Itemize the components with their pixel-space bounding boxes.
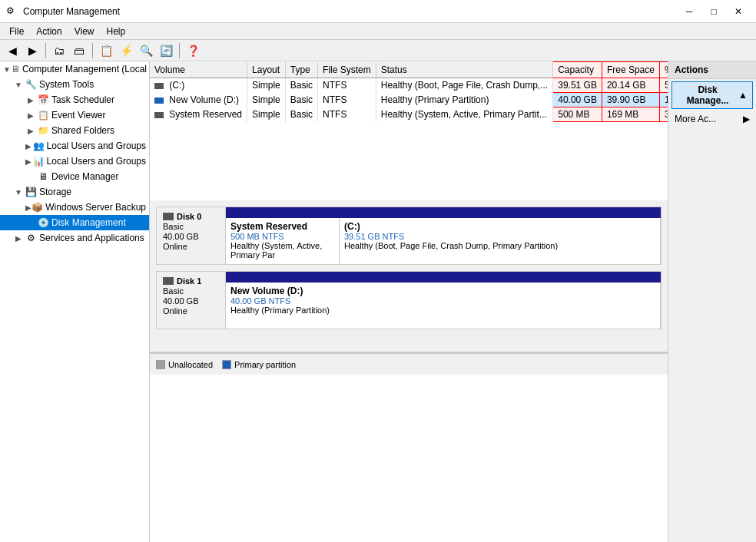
sidebar-local-users-label: Local Users and Groups: [47, 140, 146, 151]
table-row[interactable]: (C:) Simple Basic NTFS Healthy (Boot, Pa…: [150, 78, 668, 93]
sidebar-item-services-apps[interactable]: ▶ ⚙ Services and Applications: [0, 230, 149, 246]
cell-status: Healthy (System, Active, Primary Partit.…: [376, 107, 552, 122]
table-scroll[interactable]: Volume Layout Type File System Status Ca…: [150, 61, 668, 200]
toolbar-help[interactable]: ❓: [184, 42, 202, 59]
close-button[interactable]: ✕: [727, 4, 750, 19]
tree-expand-shared-folders[interactable]: ▶: [25, 127, 37, 135]
col-header-status[interactable]: Status: [376, 62, 552, 78]
tree-expand-windows-backup[interactable]: ▶: [25, 203, 32, 212]
col-header-layout[interactable]: Layout: [247, 62, 286, 78]
col-header-volume[interactable]: Volume: [150, 62, 247, 78]
sidebar-item-performance[interactable]: ▶ 📊 Local Users and Groups: [0, 154, 149, 169]
cell-volume: (C:): [150, 78, 247, 93]
disk-visual-area: Disk 0 Basic 40.00 GB Online System Rese…: [150, 200, 668, 352]
cell-capacity: 39.51 GB: [553, 78, 602, 93]
disk-bar-1: [226, 272, 661, 283]
table-area: Volume Layout Type File System Status Ca…: [150, 61, 668, 353]
col-header-freespace[interactable]: Free Space: [602, 62, 659, 78]
cell-status: Healthy (Primary Partition): [376, 93, 552, 107]
col-header-capacity[interactable]: Capacity: [553, 62, 602, 78]
sidebar-item-root[interactable]: ▼ 🖥 Computer Management (Local: [0, 61, 149, 77]
disk-partition-1-0[interactable]: New Volume (D:) 40.00 GB NTFS Healthy (P…: [226, 283, 661, 329]
col-header-type[interactable]: Type: [285, 62, 317, 78]
tree-expand-local-users[interactable]: ▶: [25, 142, 33, 150]
menu-help[interactable]: Help: [101, 25, 132, 38]
legend-unallocated: Unallocated: [156, 360, 213, 369]
sidebar-storage-label: Storage: [39, 187, 71, 197]
app-icon: ⚙: [6, 5, 18, 18]
sidebar-item-shared-folders[interactable]: ▶ 📁 Shared Folders: [0, 123, 149, 138]
cell-type: Basic: [285, 93, 317, 107]
sidebar-item-device-manager[interactable]: ▶ 🖥 Device Manager: [0, 169, 149, 184]
menu-action[interactable]: Action: [30, 25, 68, 38]
cell-freespace: 39.90 GB: [602, 93, 659, 107]
disk-status-1: Online: [163, 306, 219, 316]
part-detail: 500 MB NTFS: [230, 232, 334, 241]
table-row[interactable]: System Reserved Simple Basic NTFS Health…: [150, 107, 668, 122]
sidebar-item-event-viewer[interactable]: ▶ 📋 Event Viewer: [0, 107, 149, 123]
tree-expand-task-scheduler[interactable]: ▶: [25, 96, 37, 104]
services-apps-icon: ⚙: [25, 232, 37, 244]
toolbar-forward[interactable]: ▶: [23, 42, 41, 59]
event-viewer-icon: 📋: [37, 109, 49, 121]
toolbar-up[interactable]: 🗂: [50, 42, 68, 59]
disk-partition-0-1[interactable]: (C:) 39.51 GB NTFS Healthy (Boot, Page F…: [340, 218, 661, 264]
disk-type-1: Basic: [163, 286, 219, 296]
sidebar-item-windows-backup[interactable]: ▶ 📦 Windows Server Backup: [0, 200, 149, 215]
cell-type: Basic: [285, 107, 317, 122]
toolbar: ◀ ▶ 🗂 🗃 📋 ⚡ 🔍 🔄 ❓: [0, 40, 756, 61]
more-actions-button[interactable]: More Ac... ▶: [668, 111, 756, 127]
tree-expand-storage[interactable]: ▼: [12, 188, 25, 197]
sidebar: ▼ 🖥 Computer Management (Local ▼ 🔧 Syste…: [0, 61, 150, 542]
disk-size-1: 40.00 GB: [163, 296, 219, 306]
maximize-button[interactable]: □: [702, 4, 725, 19]
disk-table: Volume Layout Type File System Status Ca…: [150, 61, 668, 122]
sidebar-task-scheduler-label: Task Scheduler: [51, 94, 114, 105]
menu-file[interactable]: File: [3, 25, 30, 38]
sidebar-item-task-scheduler[interactable]: ▶ 📅 Task Scheduler: [0, 92, 149, 107]
sidebar-item-storage[interactable]: ▼ 💾 Storage: [0, 184, 149, 200]
cell-filesystem: NTFS: [318, 107, 376, 122]
storage-icon: 💾: [25, 186, 37, 198]
tree-expand-root[interactable]: ▼: [3, 65, 11, 74]
toolbar-action[interactable]: ⚡: [117, 42, 135, 59]
toolbar-refresh[interactable]: 🔄: [157, 42, 175, 59]
cell-freespace: 20.14 GB: [602, 78, 659, 93]
legend-primary-label: Primary partition: [234, 360, 296, 369]
tree-expand-system-tools[interactable]: ▼: [12, 81, 25, 89]
disk-status-0: Online: [163, 242, 219, 251]
disk-manage-button[interactable]: Disk Manage... ▲: [671, 81, 753, 109]
actions-panel: Actions Disk Manage... ▲ More Ac... ▶: [668, 61, 756, 542]
disk-partitions-1: New Volume (D:) 40.00 GB NTFS Healthy (P…: [226, 272, 661, 329]
table-header-row: Volume Layout Type File System Status Ca…: [150, 62, 668, 78]
legend-unallocated-label: Unallocated: [168, 360, 213, 369]
toolbar-show-hide[interactable]: 🗃: [70, 42, 88, 59]
disk-manage-expand-icon: ▲: [738, 90, 748, 101]
sidebar-windows-backup-label: Windows Server Backup: [45, 202, 146, 213]
cell-type: Basic: [285, 78, 317, 93]
toolbar-sep-3: [179, 43, 180, 58]
local-users-icon: 👥: [33, 140, 45, 152]
col-header-pctfree[interactable]: % Free: [659, 62, 668, 78]
disk-row: Disk 1 Basic 40.00 GB Online New Volume …: [156, 271, 662, 329]
title-bar: ⚙ Computer Management ─ □ ✕: [0, 0, 756, 23]
part-detail: 40.00 GB NTFS: [230, 296, 655, 306]
toolbar-back[interactable]: ◀: [3, 42, 22, 59]
sidebar-shared-folders-label: Shared Folders: [51, 125, 114, 136]
col-header-filesystem[interactable]: File System: [318, 62, 376, 78]
tree-expand-services-apps[interactable]: ▶: [12, 234, 25, 243]
toolbar-view[interactable]: 🔍: [137, 42, 155, 59]
sidebar-device-manager-label: Device Manager: [51, 171, 118, 182]
tree-expand-performance[interactable]: ▶: [25, 157, 33, 166]
minimize-button[interactable]: ─: [678, 4, 701, 19]
tree-expand-event-viewer[interactable]: ▶: [25, 111, 37, 120]
toolbar-properties[interactable]: 📋: [97, 42, 115, 59]
table-row[interactable]: New Volume (D:) Simple Basic NTFS Health…: [150, 93, 668, 107]
disk-info: Disk 0 Basic 40.00 GB Online: [157, 207, 226, 264]
sidebar-item-system-tools[interactable]: ▼ 🔧 System Tools: [0, 77, 149, 92]
disk-partition-0-0[interactable]: System Reserved 500 MB NTFS Healthy (Sys…: [226, 218, 340, 264]
sidebar-item-local-users[interactable]: ▶ 👥 Local Users and Groups: [0, 138, 149, 154]
disk-row: Disk 0 Basic 40.00 GB Online System Rese…: [156, 207, 662, 265]
menu-view[interactable]: View: [68, 25, 101, 38]
sidebar-item-disk-management[interactable]: ▶ 💿 Disk Management: [0, 215, 149, 230]
